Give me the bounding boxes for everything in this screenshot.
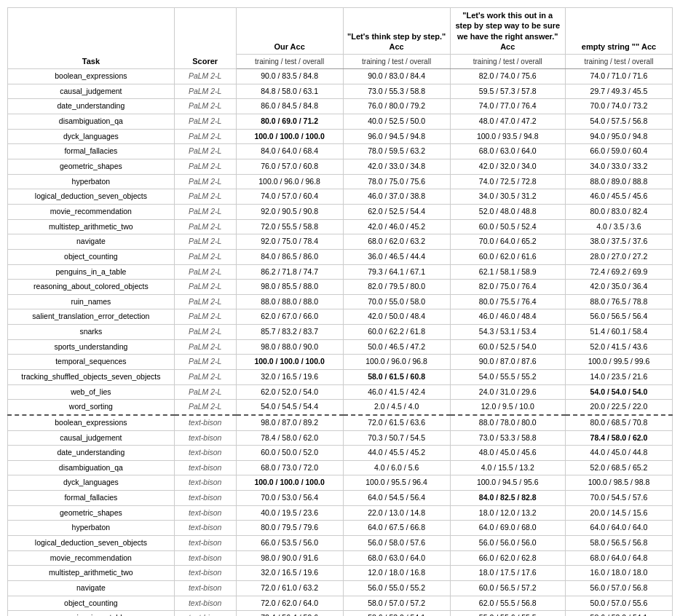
our-acc-header: Our Acc [236,8,343,55]
table-row: causal_judgementtext-bison78.4 / 58.0 / … [8,430,673,446]
table-row: hyperbatontext-bison80.0 / 79.5 / 79.664… [8,521,673,536]
scorer-name: PaLM 2-L [174,219,236,234]
work-acc-value: 68.0 / 63.0 / 64.0 [450,144,565,159]
step-acc-header: "Let's think step by step." Acc [343,8,450,55]
scorer-header: Scorer [174,8,236,69]
our-acc-value: 90.0 / 83.5 / 84.8 [236,69,343,84]
task-name: causal_judgement [8,84,175,99]
table-row: disambiguation_qaPaLM 2-L80.0 / 69.0 / 7… [8,114,673,130]
work-acc-value: 56.0 / 56.0 / 56.0 [450,536,565,551]
work-acc-value: 4.0 / 15.5 / 13.2 [450,460,565,475]
scorer-name: PaLM 2-L [174,129,236,144]
table-row: reasoning_about_colored_objectsPaLM 2-L9… [8,280,673,295]
table-row: navigatePaLM 2-L92.0 / 75.0 / 78.468.0 /… [8,234,673,250]
task-name: movie_recommendation [8,550,175,566]
table-body: boolean_expressionsPaLM 2-L90.0 / 83.5 /… [8,69,673,616]
our-acc-value: 84.8 / 58.0 / 63.1 [236,84,343,99]
table-row: logical_deduction_seven_objectstext-biso… [8,536,673,551]
table-row: boolean_expressionsPaLM 2-L90.0 / 83.5 /… [8,69,673,84]
our-acc-value: 86.0 / 84.5 / 84.8 [236,99,343,114]
empty-acc-value: 88.0 / 89.0 / 88.8 [565,174,672,189]
scorer-name: PaLM 2-L [174,339,236,355]
our-acc-value: 92.0 / 75.0 / 78.4 [236,234,343,250]
task-name: snarks [8,325,175,340]
scorer-name: text-bison [174,550,236,566]
table-row: temporal_sequencesPaLM 2-L100.0 / 100.0 … [8,355,673,370]
empty-acc-value: 88.0 / 76.5 / 78.8 [565,294,672,309]
step-acc-value: 73.0 / 55.3 / 58.8 [343,84,450,99]
our-acc-value: 62.0 / 52.0 / 54.0 [236,384,343,400]
table-row: boolean_expressionstext-bison98.0 / 87.0… [8,415,673,430]
work-acc-value: 60.0 / 50.5 / 52.4 [450,219,565,234]
empty-acc-value: 51.4 / 60.1 / 58.4 [565,325,672,340]
step-acc-value: 62.0 / 52.5 / 54.4 [343,204,450,219]
empty-acc-value: 80.0 / 68.5 / 70.8 [565,415,672,430]
our-acc-value: 80.0 / 79.5 / 79.6 [236,521,343,536]
empty-acc-value: 58.6 / 53.0 / 54.1 [565,611,672,616]
our-acc-value: 72.4 / 56.4 / 59.6 [236,611,343,616]
our-acc-value: 84.0 / 64.0 / 68.4 [236,144,343,159]
step-acc-value: 68.0 / 63.0 / 64.0 [343,550,450,566]
our-acc-value: 98.0 / 88.0 / 90.0 [236,339,343,355]
work-acc-value: 84.0 / 82.5 / 82.8 [450,491,565,506]
table-row: sports_understandingPaLM 2-L98.0 / 88.0 … [8,339,673,355]
scorer-name: text-bison [174,430,236,446]
work-acc-value: 24.0 / 31.0 / 29.6 [450,384,565,400]
step-acc-value: 40.0 / 52.5 / 50.0 [343,114,450,130]
work-acc-value: 70.0 / 64.0 / 65.2 [450,234,565,250]
table-row: multistep_arithmetic_twotext-bison32.0 /… [8,566,673,581]
task-name: dyck_languages [8,475,175,491]
work-acc-value: 74.0 / 72.5 / 72.8 [450,174,565,189]
task-name: disambiguation_qa [8,114,175,130]
our-acc-value: 84.0 / 86.5 / 86.0 [236,249,343,264]
task-name: multistep_arithmetic_two [8,219,175,234]
empty-acc-value: 56.0 / 57.0 / 56.8 [565,580,672,596]
our-acc-value: 88.0 / 88.0 / 88.0 [236,294,343,309]
scorer-name: text-bison [174,596,236,611]
task-name: object_counting [8,596,175,611]
scorer-name: text-bison [174,536,236,551]
step-acc-value: 64.0 / 54.5 / 56.4 [343,491,450,506]
empty-acc-value: 80.0 / 83.0 / 82.4 [565,204,672,219]
step-subheader: training / test / overall [343,55,450,69]
scorer-name: PaLM 2-L [174,400,236,415]
step-acc-value: 60.0 / 62.2 / 61.8 [343,325,450,340]
our-acc-value: 100.0 / 96.0 / 96.8 [236,174,343,189]
step-acc-value: 46.0 / 37.0 / 38.8 [343,189,450,205]
step-acc-value: 58.0 / 57.0 / 57.2 [343,596,450,611]
table-row: web_of_liesPaLM 2-L62.0 / 52.0 / 54.046.… [8,384,673,400]
task-name: logical_deduction_seven_objects [8,536,175,551]
empty-acc-value: 68.0 / 64.0 / 64.8 [565,550,672,566]
table-row: date_understandingPaLM 2-L86.0 / 84.5 / … [8,99,673,114]
empty-acc-value: 70.0 / 54.5 / 57.6 [565,491,672,506]
work-acc-value: 100.0 / 93.5 / 94.8 [450,129,565,144]
scorer-name: PaLM 2-L [174,189,236,205]
empty-acc-value: 29.7 / 49.3 / 45.5 [565,84,672,99]
task-name: object_counting [8,249,175,264]
scorer-name: PaLM 2-L [174,234,236,250]
table-row: object_countingPaLM 2-L84.0 / 86.5 / 86.… [8,249,673,264]
scorer-name: PaLM 2-L [174,325,236,340]
empty-acc-value: 46.0 / 45.5 / 45.6 [565,189,672,205]
our-acc-value: 32.0 / 16.5 / 19.6 [236,566,343,581]
empty-acc-value: 52.0 / 68.5 / 65.2 [565,460,672,475]
work-acc-value: 52.0 / 48.0 / 48.8 [450,204,565,219]
task-name: formal_fallacies [8,144,175,159]
table-row: hyperbatonPaLM 2-L100.0 / 96.0 / 96.878.… [8,174,673,189]
step-acc-value: 79.3 / 64.1 / 67.1 [343,264,450,280]
empty-acc-value: 50.0 / 57.0 / 55.6 [565,596,672,611]
our-acc-value: 72.0 / 62.0 / 64.0 [236,596,343,611]
step-acc-value: 58.6 / 53.0 / 54.1 [343,611,450,616]
empty-acc-value: 28.0 / 27.0 / 27.2 [565,249,672,264]
task-header: Task [8,8,175,69]
our-acc-value: 76.0 / 57.0 / 60.8 [236,159,343,175]
empty-acc-value: 44.0 / 45.0 / 44.8 [565,446,672,461]
step-acc-value: 82.0 / 79.5 / 80.0 [343,280,450,295]
step-acc-value: 72.0 / 61.5 / 63.6 [343,415,450,430]
empty-acc-value: 20.0 / 14.5 / 15.6 [565,505,672,521]
table-row: dyck_languagestext-bison100.0 / 100.0 / … [8,475,673,491]
scorer-name: PaLM 2-L [174,114,236,130]
work-acc-value: 60.0 / 62.0 / 61.6 [450,249,565,264]
our-acc-value: 72.0 / 55.5 / 58.8 [236,219,343,234]
work-acc-value: 60.0 / 52.5 / 54.0 [450,339,565,355]
